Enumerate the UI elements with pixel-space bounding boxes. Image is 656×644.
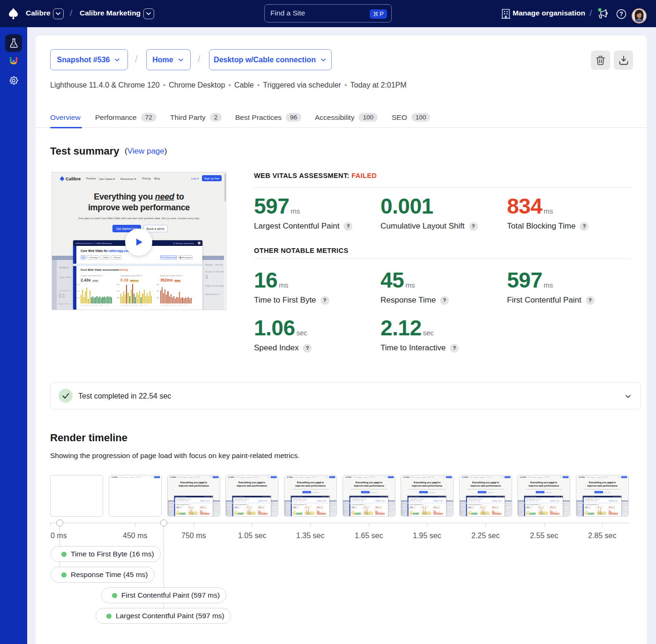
svg-text:?: ? [619, 11, 623, 17]
